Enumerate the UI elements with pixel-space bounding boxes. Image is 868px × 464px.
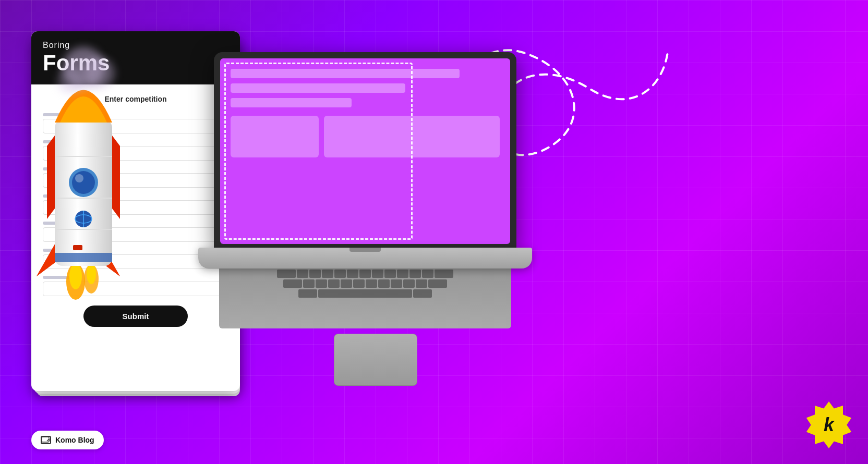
- spacebar-key: [318, 289, 412, 298]
- key: [428, 279, 447, 288]
- komo-badge: k: [805, 401, 852, 448]
- key: [435, 270, 453, 278]
- komo-blog-button[interactable]: Komo Blog: [31, 431, 104, 449]
- svg-point-1: [69, 263, 82, 289]
- key: [283, 279, 302, 288]
- komo-badge-letter: k: [824, 414, 834, 436]
- screen-bar-2: [231, 83, 405, 93]
- smoke-2: [83, 57, 115, 89]
- laptop-screen-content: [220, 58, 510, 168]
- key: [328, 279, 340, 288]
- key: [341, 279, 352, 288]
- svg-rect-16: [55, 253, 112, 262]
- svg-point-10: [72, 171, 95, 194]
- laptop-screen-outer: [214, 52, 516, 250]
- key: [359, 270, 371, 278]
- key: [403, 279, 415, 288]
- key: [353, 279, 365, 288]
- screen-card-1: [231, 116, 319, 157]
- keyboard-row-4: [223, 289, 507, 298]
- background: Boring Forms Enter competition *: [0, 0, 868, 464]
- screen-bar-3: [231, 98, 352, 107]
- key: [297, 270, 308, 278]
- keyboard-row-3: [223, 279, 507, 288]
- key: [309, 270, 321, 278]
- key: [409, 270, 421, 278]
- key: [416, 279, 427, 288]
- key: [413, 289, 432, 298]
- key: [384, 270, 396, 278]
- laptop-screen-inner: [220, 58, 510, 244]
- rocket-illustration: [16, 42, 151, 313]
- keyboard-row-2: [223, 270, 507, 278]
- key: [391, 279, 402, 288]
- key: [322, 270, 333, 278]
- screen-cards-row: [231, 116, 500, 157]
- key: [366, 279, 377, 288]
- laptop: [198, 52, 553, 375]
- key: [397, 270, 408, 278]
- komo-blog-icon: [41, 436, 51, 444]
- key: [334, 270, 346, 278]
- svg-point-3: [87, 263, 96, 284]
- key: [422, 270, 433, 278]
- key: [277, 270, 296, 278]
- key: [316, 279, 327, 288]
- edit-icon: [42, 437, 50, 443]
- svg-rect-17: [42, 437, 49, 442]
- laptop-base: [198, 248, 532, 268]
- screen-bar-1: [231, 69, 460, 78]
- screen-card-2: [324, 116, 500, 157]
- key: [372, 270, 383, 278]
- key: [298, 289, 317, 298]
- svg-point-11: [75, 174, 83, 182]
- laptop-trackpad: [334, 334, 417, 386]
- laptop-notch: [349, 248, 381, 252]
- key: [303, 279, 315, 288]
- smoke-3: [57, 68, 83, 94]
- svg-rect-15: [73, 245, 82, 250]
- komo-blog-label: Komo Blog: [55, 436, 94, 444]
- key: [347, 270, 358, 278]
- key: [378, 279, 390, 288]
